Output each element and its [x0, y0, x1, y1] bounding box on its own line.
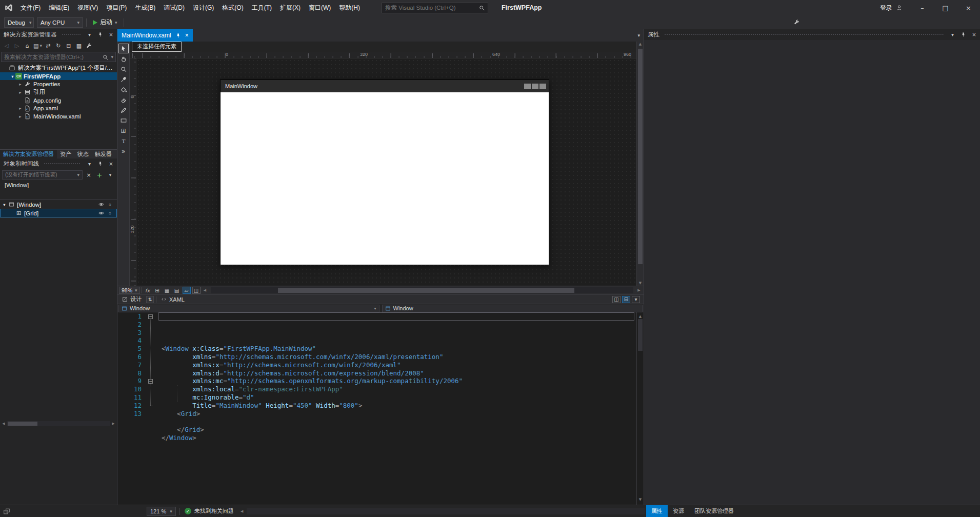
scrollbar-thumb[interactable] — [638, 319, 643, 351]
maximize-button[interactable]: □ — [934, 0, 957, 15]
tree-item[interactable]: ▸Properties — [0, 80, 117, 88]
breadcrumb-left[interactable]: Window ▾ — [118, 305, 379, 312]
toolbar-extra-icon[interactable] — [792, 17, 801, 27]
panel-menu-button[interactable]: ▾ — [86, 31, 93, 38]
scroll-right-icon[interactable]: ▶ — [636, 288, 642, 292]
scrollbar-track[interactable] — [7, 421, 110, 426]
tab-assets[interactable]: 资产 — [57, 150, 74, 158]
collapsed-arrow-icon[interactable]: ▸ — [17, 106, 23, 111]
home-icon[interactable]: ⌂ — [23, 41, 32, 50]
tab-triggers[interactable]: 触发器 — [92, 150, 115, 158]
scrollbar-thumb[interactable] — [638, 49, 643, 264]
tab-solution-explorer[interactable]: 解决方案资源管理器 — [0, 150, 57, 158]
snaplines-toggle-button[interactable]: ▱ — [183, 287, 191, 294]
document-list-dropdown-icon[interactable]: ▾ — [637, 33, 640, 38]
lock-icon[interactable]: ○ — [106, 211, 114, 216]
xaml-code-editor[interactable]: 12345678910111213 −− <Window x:Class="Fi… — [117, 312, 644, 505]
scroll-down-icon[interactable]: ▼ — [637, 281, 644, 285]
tool-eraser[interactable] — [118, 95, 129, 105]
tool-pan[interactable] — [118, 54, 129, 64]
start-debugging-button[interactable]: 启动 ▾ — [90, 18, 121, 27]
designer-vscrollbar[interactable]: ▲ ▼ — [636, 42, 644, 286]
scroll-up-icon[interactable]: ▲ — [637, 42, 644, 46]
panel-pin-button[interactable] — [959, 31, 967, 38]
properties-icon[interactable] — [85, 41, 94, 50]
tree-item[interactable]: App.config — [0, 96, 117, 105]
panel-pin-button[interactable] — [96, 160, 104, 168]
code-line[interactable]: </Window> — [162, 434, 636, 442]
pin-icon[interactable] — [175, 33, 181, 38]
menu-design[interactable]: 设计(G) — [189, 0, 218, 15]
close-storyboard-button[interactable]: × — [84, 170, 93, 180]
panel-close-button[interactable]: × — [107, 31, 115, 38]
code-line[interactable]: <Window x:Class="FirstWPFApp.MainWindow" — [162, 345, 636, 353]
designer-hscrollbar[interactable] — [211, 287, 633, 293]
code-line[interactable] — [162, 417, 636, 426]
code-line[interactable]: xmlns="http://schemas.microsoft.com/winf… — [162, 353, 636, 361]
visibility-eye-icon[interactable] — [97, 201, 106, 208]
designer-zoom-dropdown[interactable]: 98% ▾ — [119, 287, 140, 294]
collapse-pane-button[interactable]: ▾ — [632, 296, 640, 303]
code-text-area[interactable]: <Window x:Class="FirstWPFApp.MainWindow"… — [155, 312, 636, 505]
panel-pin-button[interactable] — [96, 31, 104, 38]
expanded-arrow-icon[interactable]: ▾ — [2, 202, 7, 207]
tree-item[interactable]: ▸MainWindow.xaml — [0, 112, 117, 121]
switch-views-icon[interactable]: ▤▾ — [33, 41, 43, 50]
tool-selection[interactable] — [118, 44, 129, 53]
sync-active-document-icon[interactable]: ⇄ — [44, 41, 53, 50]
panel-close-button[interactable]: × — [107, 160, 115, 168]
tool-paint-bucket[interactable] — [118, 85, 129, 94]
tool-textblock[interactable]: T — [118, 136, 129, 146]
menu-tools[interactable]: 工具(T) — [248, 0, 276, 15]
snap-grid-button[interactable]: ▦ — [163, 287, 171, 294]
close-icon[interactable]: × — [185, 32, 189, 39]
solution-search[interactable]: ▾ — [1, 52, 116, 62]
menu-file[interactable]: 文件(F) — [16, 0, 45, 15]
object-node[interactable]: ⊞ [Grid] ○ — [0, 209, 117, 217]
objects-timeline-header[interactable]: 对象和时间线 ▾ × — [0, 158, 117, 169]
expanded-arrow-icon[interactable]: ▾ — [10, 74, 15, 79]
editor-zoom-dropdown[interactable]: 121 % ▾ — [147, 507, 176, 516]
tab-xaml[interactable]: XAML — [158, 296, 187, 303]
code-line[interactable]: xmlns:x="http://schemas.microsoft.com/wi… — [162, 361, 636, 369]
split-vertical-button[interactable]: ◫ — [612, 296, 621, 303]
panel-menu-button[interactable]: ▾ — [86, 160, 93, 168]
grab-handle[interactable] — [62, 33, 82, 36]
menu-format[interactable]: 格式(O) — [218, 0, 247, 15]
solution-explorer-header[interactable]: 解决方案资源管理器 ▾ × — [0, 29, 117, 40]
tree-item[interactable]: 解决方案"FirstWPFApp"(1 个项目/共 1 个) — [0, 64, 117, 72]
menu-extensions[interactable]: 扩展(X) — [276, 0, 305, 15]
new-storyboard-button[interactable]: + — [95, 170, 104, 180]
collapsed-arrow-icon[interactable]: ▸ — [17, 82, 23, 87]
menu-build[interactable]: 生成(B) — [131, 0, 159, 15]
swap-panes-button[interactable]: ⇅ — [146, 296, 154, 303]
fold-toggle[interactable]: − — [148, 379, 153, 384]
split-horizontal-button[interactable]: ⊟ — [622, 296, 630, 303]
menu-help[interactable]: 帮助(H) — [335, 0, 364, 15]
back-icon[interactable]: ◁ — [2, 41, 11, 50]
menu-project[interactable]: 项目(P) — [102, 0, 131, 15]
code-line[interactable]: xmlns:d="http://schemas.microsoft.com/ex… — [162, 369, 636, 377]
tool-more[interactable]: » — [118, 146, 129, 156]
panel-menu-button[interactable]: ▾ — [949, 31, 956, 38]
scroll-left-icon[interactable]: ◀ — [239, 509, 245, 513]
collapse-all-icon[interactable]: ⊟ — [64, 41, 73, 50]
collapsed-arrow-icon[interactable]: ▸ — [17, 90, 23, 95]
configuration-dropdown[interactable]: Debug▾ — [4, 17, 34, 28]
effects-toggle-button[interactable]: fx — [144, 287, 152, 294]
dock-layout-icon[interactable] — [0, 508, 13, 515]
tool-rectangle[interactable] — [118, 115, 129, 125]
tab-properties[interactable]: 属性 — [646, 505, 668, 517]
panel-close-button[interactable]: × — [970, 31, 978, 38]
visibility-eye-icon[interactable] — [97, 210, 106, 216]
snap-gridlines-button[interactable]: ▤ — [173, 287, 181, 294]
scrollbar-thumb[interactable] — [8, 422, 37, 426]
storyboard-menu-button[interactable]: ▾ — [106, 170, 115, 180]
tab-states[interactable]: 状态 — [74, 150, 92, 158]
tab-mainwindow-xaml[interactable]: MainWindow.xaml × — [117, 29, 193, 42]
tool-zoom[interactable] — [118, 64, 129, 74]
collapsed-arrow-icon[interactable]: ▸ — [17, 114, 23, 119]
properties-header[interactable]: 属性 ▾ × — [644, 29, 980, 40]
show-all-files-icon[interactable]: ▦ — [74, 41, 84, 50]
storyboard-picker[interactable]: (没有打开的情节提要) ▾ — [2, 170, 83, 180]
